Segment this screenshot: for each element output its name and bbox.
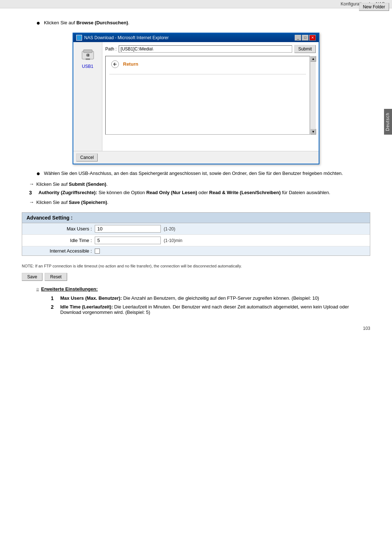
max-users-row: Max Users : (1-20) — [22, 223, 370, 235]
numbered-item-3: 3 Authority (Zugriffsrechte): Sie können… — [29, 190, 370, 196]
max-users-input[interactable] — [95, 225, 161, 233]
save-button[interactable]: Save — [22, 273, 42, 281]
numbered-items-section: 1 Max Users (Max. Benutzer): Die Anzahl … — [44, 295, 370, 315]
max-users-hint: (1-20) — [164, 226, 175, 232]
svg-rect-2 — [86, 58, 90, 60]
bullet-dot-1: ● — [36, 19, 40, 27]
numbered-item-2: 2 Idle Time (Leerlaufzeit): Die Leerlauf… — [51, 304, 370, 315]
dialog-title: NAS Download - Microsoft Internet Explor… — [84, 35, 169, 40]
circle-bullet: ○ — [36, 286, 39, 291]
sub-heading: ○ Erweiterte Einstellungen: — [36, 286, 370, 292]
arrow-char-1: → — [29, 181, 34, 187]
internet-accessible-checkbox[interactable] — [95, 249, 100, 254]
dialog-titlebar-left: 🌐 NAS Download - Microsoft Internet Expl… — [76, 35, 169, 41]
arrow-text-1: Klicken Sie auf Submit (Senden). — [36, 181, 108, 187]
bullet-text-2: Wählen Sie den USB-Anschluss, an den das… — [44, 170, 343, 177]
dialog-footer: Cancel New Folder — [73, 151, 319, 164]
save-instruction: → Klicken Sie auf Save (Speichern). — [29, 199, 370, 205]
item-text-body-2: Idle Time (Leerlaufzeit): Die Leerlaufze… — [60, 304, 370, 315]
bullet-section-1: ● Klicken Sie auf Browse (Durchsuchen). — [36, 19, 370, 27]
sidebar-tab: Deutsch — [384, 109, 392, 135]
cancel-button[interactable]: Cancel — [76, 153, 98, 161]
idle-time-label: Idle Time : — [22, 238, 95, 243]
save-text: Klicken Sie auf Save (Speichern). — [36, 200, 109, 205]
bullet-section-2: ● Wählen Sie den USB-Anschluss, an den d… — [36, 170, 370, 178]
read-only-bold: Read Only (Nur Lesen) — [146, 190, 197, 195]
item-num-1: 1 — [51, 295, 57, 301]
idle-time-hint: (1-10)min — [164, 238, 182, 243]
advanced-note: NOTE: If an FTP connection is idle timeo… — [22, 263, 370, 269]
arrow-char-save: → — [29, 199, 34, 205]
internet-accessible-row: Internet Accessible : — [22, 246, 370, 255]
button-row: Save Reset — [22, 273, 370, 281]
usb-drive-icon — [79, 48, 97, 62]
arrow-instruction-1: → Klicken Sie auf Submit (Senden). — [29, 181, 370, 187]
subheading-text: Erweiterte Einstellungen: — [41, 286, 98, 292]
submit-senden-bold: Submit (Senden) — [69, 181, 106, 187]
svg-rect-1 — [83, 50, 92, 53]
dialog-footer-inner: Cancel New Folder — [76, 153, 316, 161]
item-num-2: 2 — [51, 304, 57, 310]
scroll-up-button[interactable]: ▲ — [310, 56, 316, 62]
max-users-desc-bold: Max Users (Max. Benutzer): — [60, 295, 122, 301]
dialog-title-icon: 🌐 — [76, 35, 82, 41]
advanced-setting-box: Advanced Setting : Max Users : (1-20) Id… — [22, 212, 370, 256]
return-link[interactable]: Return — [123, 61, 138, 67]
submit-button[interactable]: Submit — [294, 45, 316, 53]
close-button[interactable]: ✕ — [309, 35, 316, 41]
restore-button[interactable]: □ — [302, 35, 309, 41]
dialog-body: USB1 Path : Submit — [73, 42, 319, 151]
return-row: Return — [109, 60, 306, 69]
bullet-dot-2: ● — [36, 170, 40, 178]
max-users-desc-text: Die Anzahl an Benutzern, die gleichzeiti… — [122, 295, 319, 301]
file-listing-area — [109, 76, 306, 131]
reset-button[interactable]: Reset — [45, 273, 67, 281]
read-write-bold: Read & Write (Lesen/Schreiben) — [209, 190, 281, 195]
path-label: Path : — [105, 46, 117, 52]
scroll-track — [310, 62, 316, 129]
minimize-button[interactable]: _ — [295, 35, 301, 41]
dialog-box: 🌐 NAS Download - Microsoft Internet Expl… — [73, 33, 319, 164]
item-text-3: Authority (Zugriffsrechte): Sie können d… — [38, 190, 330, 195]
numbered-item-1: 1 Max Users (Max. Benutzer): Die Anzahl … — [51, 295, 370, 301]
content-divider — [109, 74, 306, 74]
dialog-path-row: Path : Submit — [105, 45, 316, 53]
bullet-item-1: ● Klicken Sie auf Browse (Durchsuchen). — [36, 19, 370, 27]
bullet-text-1: Klicken Sie auf Browse (Durchsuchen). — [44, 19, 130, 26]
dialog-main: Path : Submit — [102, 42, 319, 151]
dialog-sidebar: USB1 — [73, 42, 102, 151]
return-icon — [109, 60, 121, 69]
browse-bold: Browse (Durchsuchen) — [76, 20, 128, 25]
idle-time-input[interactable] — [95, 237, 161, 244]
dialog-scrollbar: ▲ ▼ — [310, 56, 316, 135]
dialog-content-area: Return — [105, 56, 310, 135]
max-users-label: Max Users : — [22, 226, 95, 232]
advanced-setting-header: Advanced Setting : — [22, 213, 370, 223]
page-header: Konfiguration des NAS — [0, 0, 392, 8]
scroll-down-button[interactable]: ▼ — [310, 129, 316, 135]
idle-time-desc-bold: Idle Time (Leerlaufzeit): — [60, 304, 113, 310]
page-number: 103 — [22, 326, 370, 331]
item-text-body-1: Max Users (Max. Benutzer): Die Anzahl an… — [60, 295, 319, 301]
save-speichern-bold: Save (Speichern) — [69, 200, 107, 205]
dialog-content-wrapper: Return ▲ ▼ — [105, 56, 316, 135]
usb-label: USB1 — [82, 64, 93, 69]
internet-accessible-label: Internet Accessible : — [22, 248, 95, 254]
path-input[interactable] — [119, 45, 292, 53]
dialog-titlebar: 🌐 NAS Download - Microsoft Internet Expl… — [73, 33, 319, 42]
dialog-controls[interactable]: _ □ ✕ — [295, 35, 316, 41]
item-num-3: 3 — [29, 190, 36, 196]
bullet-item-2: ● Wählen Sie den USB-Anschluss, an den d… — [36, 170, 370, 178]
page-content: ● Klicken Sie auf Browse (Durchsuchen). … — [0, 8, 392, 345]
new-folder-button[interactable]: New Folder — [359, 3, 389, 11]
authority-bold: Authority (Zugriffsrechte): — [38, 190, 97, 195]
idle-time-row: Idle Time : (1-10)min — [22, 235, 370, 246]
